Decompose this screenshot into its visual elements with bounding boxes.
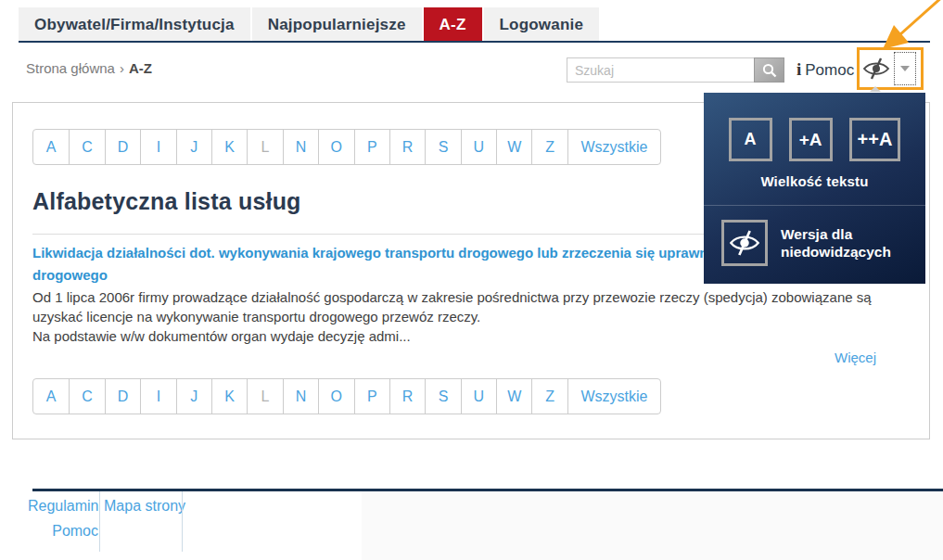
footer-link-pomoc[interactable]: Pomoc — [28, 518, 98, 543]
chevron-down-icon — [900, 66, 910, 71]
low-vision-eye-icon — [862, 57, 890, 81]
footer-column-1: Regulamin Pomoc — [28, 493, 98, 543]
footer-background — [362, 491, 943, 560]
alphabet-letter-k[interactable]: K — [211, 130, 247, 164]
footer-column-2: Mapa strony — [104, 493, 185, 518]
alphabet-letter-z[interactable]: Z — [531, 379, 567, 414]
service-description: Od 1 lipca 2006r firmy prowadzące działa… — [32, 287, 872, 346]
info-icon: i — [796, 59, 801, 80]
low-vision-section[interactable]: Wersja dla niedowidzących — [704, 206, 925, 266]
footer-divider-2 — [182, 491, 183, 552]
alphabet-letter-n[interactable]: N — [283, 130, 318, 164]
breadcrumb-home[interactable]: Strona główna — [26, 60, 115, 76]
help-label: Pomoc — [805, 61, 854, 80]
panel-connector-caret — [870, 86, 881, 92]
service-title-link-line2[interactable]: drogowego — [32, 267, 706, 283]
nav-underline — [19, 41, 930, 43]
search-box — [567, 57, 784, 83]
accessibility-menu-panel: A +A ++A Wielkość tekstu Wersja dla nied… — [704, 93, 925, 284]
alphabet-filter-bottom: ACDIJKLNOPRSUWZWszystkie — [32, 378, 661, 414]
text-size-label: Wielkość tekstu — [704, 173, 925, 189]
accessibility-dropdown-button[interactable] — [894, 52, 916, 85]
footer-divider-1 — [99, 491, 100, 552]
alphabet-filter-top: ACDIJKLNOPRSUWZWszystkie — [32, 129, 661, 165]
accessibility-widget-highlight — [857, 47, 924, 90]
alphabet-letter-i[interactable]: I — [140, 130, 175, 164]
text-size-largest-button[interactable]: ++A — [849, 118, 901, 161]
alphabet-letter-r[interactable]: R — [389, 130, 425, 164]
alphabet-letter-r[interactable]: R — [389, 379, 425, 414]
alphabet-letter-l[interactable]: L — [247, 379, 282, 414]
breadcrumb: Strona główna›A-Z — [26, 60, 152, 76]
alphabet-letter-n[interactable]: N — [283, 379, 318, 414]
tab-logowanie[interactable]: Logowanie — [484, 7, 600, 42]
alphabet-letter-a[interactable]: A — [33, 379, 69, 414]
accessibility-eye-button[interactable] — [860, 51, 893, 86]
search-icon — [762, 63, 777, 78]
alphabet-letter-l[interactable]: L — [247, 130, 282, 164]
alphabet-all-link[interactable]: Wszystkie — [567, 379, 660, 414]
alphabet-letter-s[interactable]: S — [425, 379, 460, 414]
footer-link-mapa-strony[interactable]: Mapa strony — [104, 493, 185, 518]
text-size-normal-button[interactable]: A — [729, 118, 772, 161]
page: Obywatel/Firma/Instytucja Najpopularniej… — [0, 0, 943, 560]
alphabet-letter-w[interactable]: W — [496, 379, 531, 414]
alphabet-letter-p[interactable]: P — [354, 130, 389, 164]
tab-a-z[interactable]: A-Z — [424, 7, 482, 42]
search-button[interactable] — [754, 57, 784, 83]
alphabet-letter-w[interactable]: W — [496, 130, 531, 164]
alphabet-all-link[interactable]: Wszystkie — [567, 130, 660, 164]
alphabet-letter-a[interactable]: A — [33, 130, 69, 164]
page-title: Alfabetyczna lista usług — [32, 188, 301, 215]
more-link[interactable]: Więcej — [835, 350, 876, 365]
alphabet-letter-o[interactable]: O — [318, 379, 353, 414]
alphabet-letter-k[interactable]: K — [211, 379, 247, 414]
alphabet-letter-j[interactable]: J — [176, 379, 211, 414]
alphabet-letter-p[interactable]: P — [354, 379, 389, 414]
alphabet-letter-i[interactable]: I — [140, 379, 175, 414]
alphabet-letter-o[interactable]: O — [318, 130, 353, 164]
footer-link-regulamin[interactable]: Regulamin — [28, 493, 98, 518]
low-vision-version-label[interactable]: Wersja dla niedowidzących — [781, 225, 891, 261]
tab-obywatel-firma-instytucja[interactable]: Obywatel/Firma/Instytucja — [19, 7, 250, 42]
low-vision-version-button[interactable] — [721, 220, 768, 266]
alphabet-letter-z[interactable]: Z — [531, 130, 567, 164]
text-size-section: A +A ++A Wielkość tekstu — [704, 93, 925, 206]
alphabet-letter-c[interactable]: C — [69, 130, 104, 164]
tab-najpopularniejsze[interactable]: Najpopularniejsze — [252, 7, 422, 42]
main-nav: Obywatel/Firma/Instytucja Najpopularniej… — [19, 7, 601, 42]
breadcrumb-current: A-Z — [129, 60, 152, 76]
search-input[interactable] — [567, 57, 754, 83]
low-vision-eye-white-icon — [729, 229, 760, 257]
alphabet-letter-d[interactable]: D — [105, 379, 140, 414]
alphabet-letter-c[interactable]: C — [69, 379, 104, 414]
service-title-link[interactable]: Likwidacja działalności dot. wykonywania… — [32, 245, 706, 261]
alphabet-letter-u[interactable]: U — [461, 379, 496, 414]
alphabet-letter-u[interactable]: U — [461, 130, 496, 164]
help-link[interactable]: i Pomoc — [796, 59, 854, 80]
alphabet-letter-s[interactable]: S — [425, 130, 460, 164]
footer-top-border — [32, 489, 943, 491]
alphabet-letter-j[interactable]: J — [176, 130, 211, 164]
text-size-larger-button[interactable]: +A — [789, 118, 833, 161]
alphabet-letter-d[interactable]: D — [105, 130, 140, 164]
breadcrumb-separator: › — [120, 60, 124, 76]
